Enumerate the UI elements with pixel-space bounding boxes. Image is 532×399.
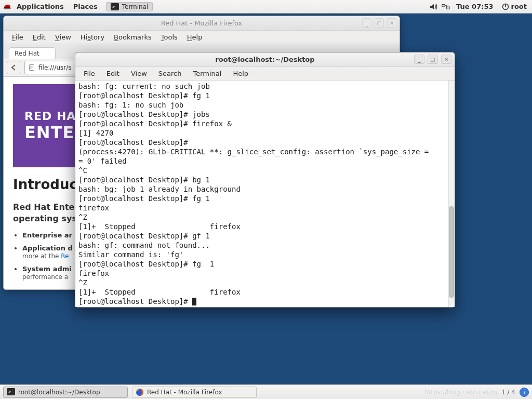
svg-rect-3 bbox=[442, 4, 445, 6]
top-panel-right: Tue 07:53 root bbox=[429, 3, 529, 11]
firefox-close-button[interactable]: ✕ bbox=[387, 18, 396, 28]
terminal-scrollbar-thumb[interactable] bbox=[449, 206, 454, 298]
firefox-menu-help[interactable]: Help bbox=[183, 32, 207, 42]
taskbar-item-label: Red Hat - Mozilla Firefox bbox=[147, 389, 222, 396]
terminal-title: root@localhost:~/Desktop bbox=[215, 56, 314, 63]
terminal-icon: >_ bbox=[111, 3, 119, 10]
svg-text:>_: >_ bbox=[8, 389, 14, 394]
user-label: root bbox=[511, 3, 527, 10]
top-panel-left: Applications Places >_ Terminal bbox=[3, 2, 153, 11]
terminal-menu-help[interactable]: Help bbox=[228, 69, 254, 78]
terminal-menu-search[interactable]: Search bbox=[153, 69, 187, 78]
volume-icon[interactable] bbox=[429, 3, 437, 11]
workspace-pager[interactable]: 1 / 4 bbox=[501, 389, 515, 396]
svg-rect-4 bbox=[447, 7, 449, 9]
bottom-panel-right: https://blog.csdn.net/m 1 / 4 i bbox=[424, 388, 529, 397]
terminal-menubar: File Edit View Search Terminal Help bbox=[75, 67, 455, 81]
redhat-link[interactable]: Re bbox=[61, 252, 69, 260]
terminal-titlebar[interactable]: root@localhost:~/Desktop _ ▢ ✕ bbox=[75, 52, 455, 67]
firefox-menu-file[interactable]: File bbox=[8, 32, 28, 42]
firefox-menubar: File Edit View History Bookmarks Tools H… bbox=[4, 31, 400, 44]
places-menu[interactable]: Places bbox=[69, 2, 102, 11]
network-icon[interactable] bbox=[442, 3, 450, 11]
firefox-menu-view[interactable]: View bbox=[51, 32, 75, 42]
terminal-maximize-button[interactable]: ▢ bbox=[428, 55, 438, 64]
firefox-window-controls: _ ▢ ✕ bbox=[362, 18, 396, 28]
svg-text:>_: >_ bbox=[112, 4, 118, 9]
taskbar-item-label: root@localhost:~/Desktop bbox=[18, 389, 100, 396]
terminal-close-button[interactable]: ✕ bbox=[441, 55, 451, 64]
terminal-scrollbar[interactable] bbox=[448, 81, 455, 307]
terminal-icon: >_ bbox=[7, 388, 15, 396]
firefox-title: Red Hat - Mozilla Firefox bbox=[161, 19, 243, 27]
applications-menu[interactable]: Applications bbox=[12, 2, 68, 11]
bottom-panel: >_ root@localhost:~/Desktop Red Hat - Mo… bbox=[0, 384, 532, 399]
firefox-tab-redhat[interactable]: Red Hat bbox=[9, 47, 56, 59]
clock[interactable]: Tue 07:53 bbox=[454, 3, 495, 10]
firefox-maximize-button[interactable]: ▢ bbox=[375, 18, 384, 28]
terminal-menu-file[interactable]: File bbox=[78, 69, 100, 78]
firefox-minimize-button[interactable]: _ bbox=[362, 18, 371, 28]
svg-point-0 bbox=[4, 7, 11, 9]
power-icon bbox=[502, 3, 509, 10]
redhat-logo-icon bbox=[3, 3, 11, 11]
terminal-window-controls: _ ▢ ✕ bbox=[414, 55, 451, 64]
terminal-cursor bbox=[192, 298, 196, 305]
terminal-menu-terminal[interactable]: Terminal bbox=[188, 69, 227, 78]
terminal-menu-edit[interactable]: Edit bbox=[101, 69, 125, 78]
firefox-menu-edit[interactable]: Edit bbox=[29, 32, 50, 42]
terminal-output[interactable]: bash: fg: current: no such job [root@loc… bbox=[75, 81, 455, 307]
firefox-url-text: file:///usr/s bbox=[38, 64, 72, 71]
top-panel: Applications Places >_ Terminal Tue 07:5… bbox=[0, 0, 532, 14]
info-icon[interactable]: i bbox=[520, 388, 529, 397]
firefox-menu-bookmarks[interactable]: Bookmarks bbox=[110, 32, 156, 42]
firefox-titlebar[interactable]: Red Hat - Mozilla Firefox _ ▢ ✕ bbox=[4, 16, 400, 31]
top-task-terminal-label: Terminal bbox=[122, 3, 149, 10]
top-task-terminal[interactable]: >_ Terminal bbox=[106, 2, 153, 11]
terminal-menu-view[interactable]: View bbox=[126, 69, 152, 78]
watermark-text: https://blog.csdn.net/m bbox=[424, 389, 497, 396]
taskbar-item-terminal[interactable]: >_ root@localhost:~/Desktop bbox=[3, 387, 128, 398]
terminal-window: root@localhost:~/Desktop _ ▢ ✕ File Edit… bbox=[75, 52, 455, 308]
user-menu[interactable]: root bbox=[500, 3, 529, 10]
page-icon bbox=[28, 64, 35, 71]
firefox-icon bbox=[136, 388, 144, 396]
firefox-menu-tools[interactable]: Tools bbox=[157, 32, 182, 42]
firefox-menu-history[interactable]: History bbox=[76, 32, 109, 42]
firefox-back-button[interactable] bbox=[7, 61, 21, 74]
taskbar-item-firefox[interactable]: Red Hat - Mozilla Firefox bbox=[132, 387, 257, 398]
terminal-minimize-button[interactable]: _ bbox=[414, 55, 424, 64]
